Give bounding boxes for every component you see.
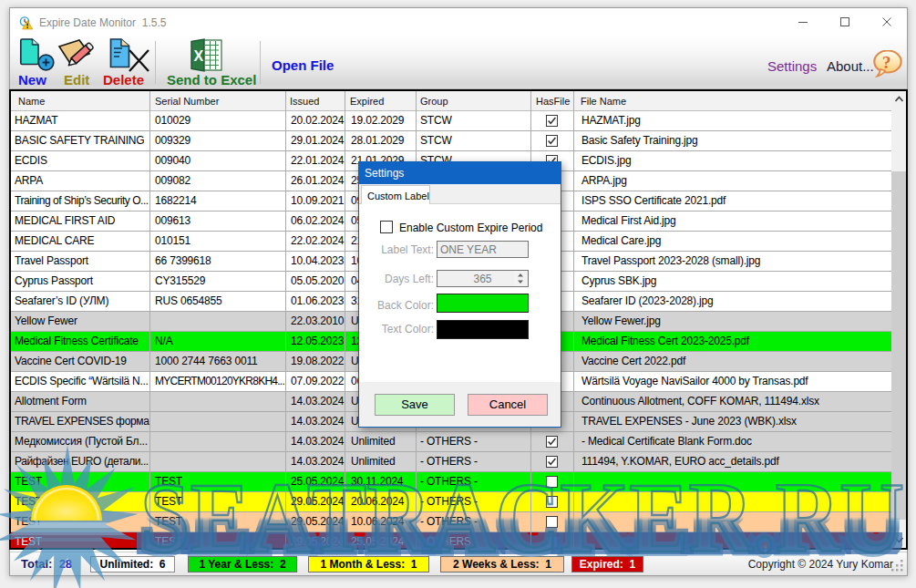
svg-text:X: X [194, 48, 204, 64]
svg-text:?: ? [882, 53, 891, 72]
